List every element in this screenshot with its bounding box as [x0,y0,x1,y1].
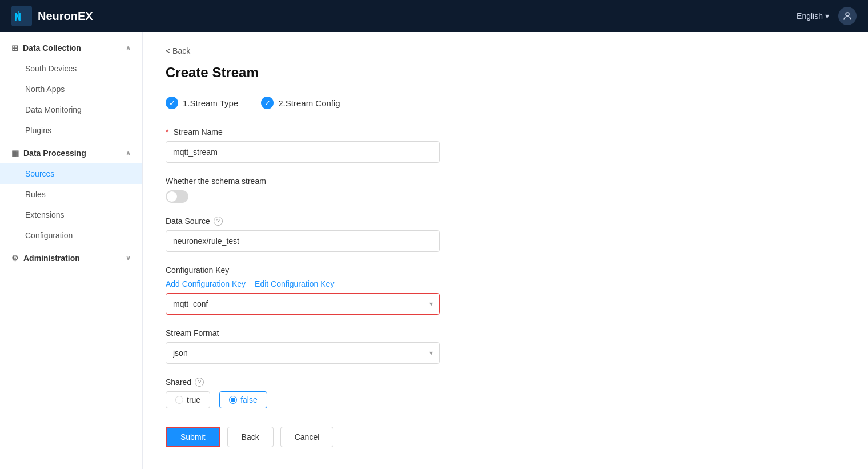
sidebar-item-south-devices[interactable]: South Devices [0,58,142,79]
edit-config-key-link[interactable]: Edit Configuration Key [255,279,334,288]
radio-true-dot [175,396,183,404]
step-2: ✓ 2.Stream Config [261,97,340,109]
add-config-key-link[interactable]: Add Configuration Key [166,279,246,288]
step1-label: 1.Stream Type [183,98,238,108]
stream-format-select[interactable]: json binary protobuf [166,342,440,364]
radio-false-label: false [240,395,258,404]
sidebar-item-plugins[interactable]: Plugins [0,120,142,141]
administration-icon: ⚙ [11,254,19,263]
data-collection-chevron: ∧ [126,44,131,52]
svg-rect-2 [15,14,17,19]
sidebar-item-data-monitoring[interactable]: Data Monitoring [0,99,142,120]
main-layout: ⊞ Data Collection ∧ South Devices North … [0,32,868,469]
svg-rect-3 [18,11,19,19]
config-key-field: Configuration Key Add Configuration Key … [166,266,600,315]
shared-label: Shared ? [166,378,600,387]
step2-check-icon: ✓ [261,97,274,109]
data-source-label: Data Source ? [166,217,600,226]
shared-radio-group: true false [166,391,600,408]
schema-stream-field: Whether the schema stream [166,177,600,203]
language-label: English [797,11,823,21]
administration-label: Administration [23,254,80,263]
sidebar-item-rules[interactable]: Rules [0,184,142,205]
topnav: N NeuronEX English ▾ [0,0,868,32]
radio-true-label: true [187,395,200,404]
sidebar-item-sources[interactable]: Sources [0,163,142,184]
main-content: < Back Create Stream ✓ 1.Stream Type ✓ 2… [143,32,868,469]
data-source-field: Data Source ? [166,217,600,252]
data-processing-label: Data Processing [23,149,86,158]
svg-point-4 [846,13,849,16]
data-source-help-icon[interactable]: ? [214,217,223,226]
submit-button[interactable]: Submit [166,427,220,447]
schema-stream-toggle[interactable] [166,190,188,203]
schema-toggle-wrap [166,190,600,203]
shared-field: Shared ? true false [166,378,600,408]
dp-header-left: ▦ Data Processing [11,149,86,158]
step1-check-icon: ✓ [166,97,178,109]
config-key-select-wrapper: mqtt_conf ▾ [166,293,440,315]
lang-chevron-icon: ▾ [825,11,829,21]
back-link[interactable]: < Back [166,46,190,55]
required-star: * [166,127,168,137]
user-avatar[interactable] [838,7,857,25]
sidebar-administration-header[interactable]: ⚙ Administration ∨ [0,248,142,268]
step2-label: 2.Stream Config [278,98,340,108]
admin-header-left: ⚙ Administration [11,254,80,263]
data-processing-chevron: ∧ [126,149,131,157]
data-source-input[interactable] [166,230,440,252]
topnav-right: English ▾ [797,7,857,25]
cancel-button[interactable]: Cancel [280,427,334,447]
stream-format-field: Stream Format json binary protobuf ▾ [166,328,600,364]
data-collection-icon: ⊞ [11,43,18,53]
sidebar-item-extensions[interactable]: Extensions [0,205,142,225]
logo: N NeuronEX [11,6,93,26]
back-button[interactable]: Back [227,427,274,447]
step-1: ✓ 1.Stream Type [166,97,238,109]
sidebar-item-configuration[interactable]: Configuration [0,225,142,246]
shared-help-icon[interactable]: ? [195,378,204,387]
sidebar-section-administration: ⚙ Administration ∨ [0,248,142,268]
config-key-label: Configuration Key [166,266,600,275]
config-key-select[interactable]: mqtt_conf [166,293,440,315]
stream-name-input[interactable] [166,141,440,163]
schema-stream-label: Whether the schema stream [166,177,600,186]
app-title: NeuronEX [38,10,93,23]
user-icon [842,11,853,21]
stream-format-select-wrapper: json binary protobuf ▾ [166,342,440,364]
data-processing-icon: ▦ [11,149,19,158]
stream-name-field: * Stream Name [166,127,600,163]
sidebar-section-data-collection: ⊞ Data Collection ∧ South Devices North … [0,38,142,141]
sidebar-item-north-apps[interactable]: North Apps [0,79,142,99]
radio-false-dot [229,396,237,404]
radio-false[interactable]: false [219,391,267,408]
data-collection-label: Data Collection [23,43,81,53]
sidebar-section-data-processing: ▦ Data Processing ∧ Sources Rules Extens… [0,143,142,246]
language-selector[interactable]: English ▾ [797,11,829,21]
sidebar-data-processing-header[interactable]: ▦ Data Processing ∧ [0,143,142,163]
radio-true[interactable]: true [166,391,210,408]
stream-name-label: * Stream Name [166,127,600,137]
neuronex-logo-icon: N [11,6,32,26]
form: * Stream Name Whether the schema stream … [166,127,600,447]
page-title: Create Stream [166,65,845,81]
sidebar: ⊞ Data Collection ∧ South Devices North … [0,32,143,469]
header-left: ⊞ Data Collection [11,43,81,53]
stream-format-label: Stream Format [166,328,600,338]
action-buttons: Submit Back Cancel [166,427,600,447]
administration-chevron: ∨ [126,254,131,262]
sidebar-data-collection-header[interactable]: ⊞ Data Collection ∧ [0,38,142,58]
config-key-links: Add Configuration Key Edit Configuration… [166,279,600,288]
stepper: ✓ 1.Stream Type ✓ 2.Stream Config [166,97,845,109]
